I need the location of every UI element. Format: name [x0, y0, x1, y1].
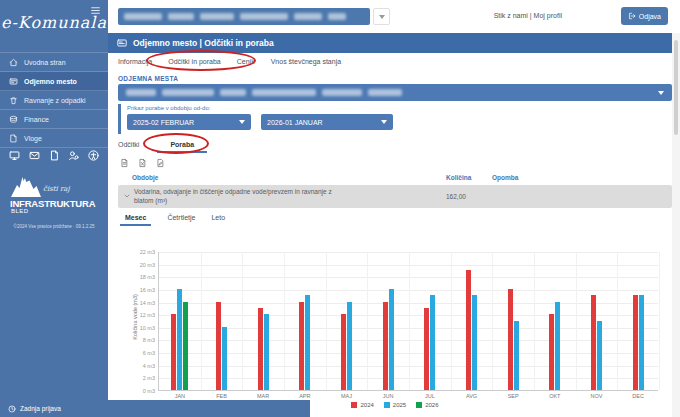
tab-odcitki-in-poraba[interactable]: Odčitki in poraba — [168, 58, 221, 65]
user-gear-icon[interactable] — [68, 150, 79, 161]
accessibility-icon[interactable] — [88, 150, 99, 161]
brand-block: čisti raj INFRASTRUKTURA BLED ©2024 Vse … — [0, 174, 108, 234]
bar-2024-dec[interactable] — [633, 295, 638, 390]
sidebar-item-vloge[interactable]: Vloge — [0, 129, 108, 148]
file-icon[interactable] — [49, 150, 60, 161]
tab-cenik[interactable]: Cenik — [237, 58, 255, 65]
col-header-opomba[interactable]: Opomba — [492, 174, 518, 181]
legend-swatch — [384, 402, 390, 408]
period-from-select[interactable]: 2025-02 FEBRUAR — [127, 114, 251, 130]
viewtab-mesec[interactable]: Mesec — [120, 214, 151, 226]
bar-2024-apr[interactable] — [299, 302, 304, 390]
viewtab-cetrtletje[interactable]: Četrtletje — [167, 214, 195, 226]
x-tick-label: MAR — [242, 393, 284, 399]
redacted-text-blob — [124, 13, 162, 20]
y-tick-label: 10 m3 — [129, 325, 155, 331]
redacted-text-blob — [328, 13, 346, 20]
redacted-text-blob — [368, 89, 402, 96]
y-tick-label: 4 m3 — [129, 363, 155, 369]
meter-card-icon — [117, 38, 127, 48]
period-to-select[interactable]: 2026-01 JANUAR — [261, 114, 393, 130]
doc-icon — [9, 134, 18, 143]
row-expand-chevron-icon[interactable] — [123, 192, 131, 200]
chevron-down-icon — [658, 91, 664, 95]
sidebar-item-ravnanje-z-odpadki[interactable]: Ravnanje z odpadki — [0, 91, 108, 110]
period-from-value: 2025-02 FEBRUAR — [133, 119, 194, 126]
col-header-obdobje[interactable]: Obdobje — [132, 174, 158, 181]
scrollbar-thumb[interactable] — [674, 40, 678, 135]
bar-2024-mar[interactable] — [258, 308, 263, 390]
bar-2025-jul[interactable] — [430, 295, 435, 390]
odjemno-mesto-select[interactable] — [118, 84, 672, 101]
account-selector-redacted[interactable] — [118, 8, 370, 25]
bar-group-jan: JAN — [159, 252, 201, 390]
bar-group-jul: JUL — [409, 252, 451, 390]
logout-button[interactable]: Odjava — [621, 7, 668, 25]
redacted-text-blob — [200, 13, 234, 20]
topbar-links: Stik z nami | Moj profil — [494, 12, 562, 19]
subtab-poraba[interactable]: Poraba — [157, 141, 207, 153]
section-label: ODJEMNA MESTA — [118, 75, 178, 82]
bar-2025-okt[interactable] — [555, 302, 560, 390]
bar-2024-jul[interactable] — [424, 308, 429, 390]
mail-icon[interactable] — [29, 150, 40, 161]
bar-2024-sep[interactable] — [508, 289, 513, 390]
bar-2025-apr[interactable] — [305, 295, 310, 390]
bar-2024-avg[interactable] — [466, 270, 471, 390]
bar-2024-feb[interactable] — [216, 302, 221, 390]
bar-2024-nov[interactable] — [591, 295, 596, 390]
monitor-icon[interactable] — [9, 150, 20, 161]
bar-2025-avg[interactable] — [472, 295, 477, 390]
chevron-down-icon — [381, 120, 387, 124]
gridline — [659, 252, 660, 390]
bar-2025-feb[interactable] — [222, 327, 227, 390]
excel-export-icon[interactable] — [138, 158, 147, 168]
bar-group-dec: DEC — [617, 252, 659, 390]
bar-2025-nov[interactable] — [597, 321, 602, 391]
col-header-kolicina[interactable]: Količina — [446, 174, 471, 181]
meter-icon — [9, 77, 18, 86]
tab-informacija[interactable]: Informacija — [118, 58, 152, 65]
toplink-stik-z-nami[interactable]: Stik z nami — [494, 12, 528, 19]
row-kolicina-value: 162,00 — [446, 193, 466, 200]
sidebar-item-finance[interactable]: Finance — [0, 110, 108, 129]
bar-group-jun: JUN — [367, 252, 409, 390]
bar-2026-jan[interactable] — [183, 302, 188, 390]
sidebar-item-uvodna-stran[interactable]: Uvodna stran — [0, 53, 108, 72]
y-tick-label: 16 m3 — [129, 287, 155, 293]
legend-item-2026[interactable]: 2026 — [416, 402, 438, 408]
legend-item-2025[interactable]: 2025 — [384, 402, 406, 408]
last-login-bar[interactable]: Zadnja prijava — [0, 400, 310, 417]
bar-2025-sep[interactable] — [514, 321, 519, 391]
legend-label: 2025 — [393, 402, 406, 408]
toplink-moj-profil[interactable]: Moj profil — [534, 12, 562, 19]
csv-export-icon[interactable] — [120, 158, 129, 168]
subtab-odcitki[interactable]: Odčitki — [118, 141, 139, 153]
bar-2025-jan[interactable] — [177, 289, 182, 390]
bar-2024-jun[interactable] — [383, 302, 388, 390]
sidebar-item-label: Uvodna stran — [24, 59, 66, 66]
sidebar-menu: Uvodna stranOdjemno mestoRavnanje z odpa… — [0, 52, 108, 148]
bar-2024-maj[interactable] — [341, 314, 346, 390]
bar-2025-maj[interactable] — [347, 302, 352, 390]
bar-2024-okt[interactable] — [549, 314, 554, 390]
legend-swatch — [351, 402, 357, 408]
home-icon — [9, 58, 18, 67]
bar-2025-mar[interactable] — [264, 314, 269, 390]
viewtab-leto[interactable]: Leto — [211, 214, 225, 226]
legend-item-2024[interactable]: 2024 — [351, 402, 373, 408]
bar-2025-dec[interactable] — [639, 295, 644, 390]
account-dropdown-button[interactable] — [373, 8, 390, 25]
legend-label: 2026 — [425, 402, 438, 408]
table-row[interactable]: Vodarina, odvajanje in čiščenje odpadne … — [118, 185, 672, 208]
bar-group-sep: SEP — [492, 252, 534, 390]
legend-swatch — [416, 402, 422, 408]
sidebar-item-odjemno-mesto[interactable]: Odjemno mesto — [0, 72, 108, 91]
tab-vnos-stevcnega-stanja[interactable]: Vnos števčnega stanja — [271, 58, 341, 65]
trash-icon — [9, 96, 18, 105]
x-tick-label: FEB — [201, 393, 243, 399]
bar-2025-jun[interactable] — [389, 289, 394, 390]
bar-2024-jan[interactable] — [171, 314, 176, 390]
pdf-export-icon[interactable] — [156, 158, 165, 168]
redacted-text-blob — [220, 89, 246, 96]
